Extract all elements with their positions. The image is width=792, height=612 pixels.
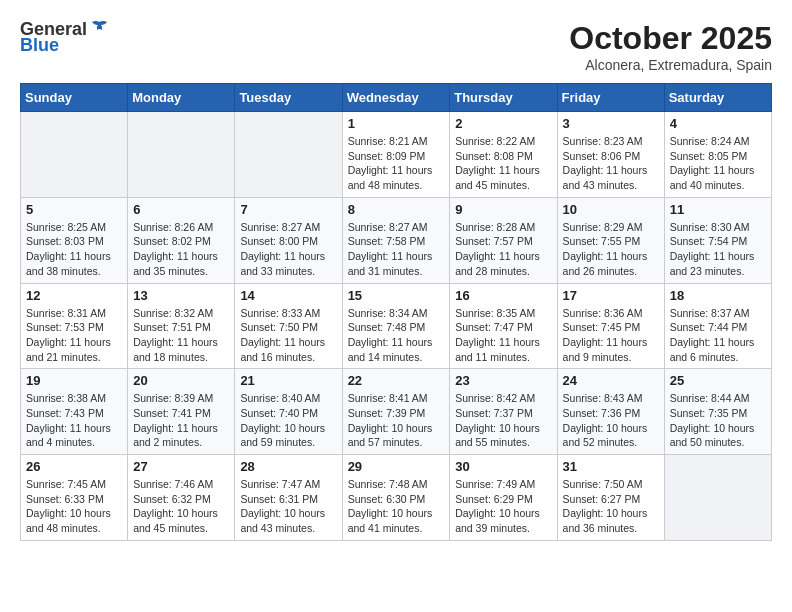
calendar-cell: 2Sunrise: 8:22 AM Sunset: 8:08 PM Daylig… [450,112,557,198]
calendar-cell: 5Sunrise: 8:25 AM Sunset: 8:03 PM Daylig… [21,197,128,283]
day-info: Sunrise: 7:46 AM Sunset: 6:32 PM Dayligh… [133,477,229,536]
day-number: 7 [240,202,336,217]
day-number: 12 [26,288,122,303]
calendar-cell: 10Sunrise: 8:29 AM Sunset: 7:55 PM Dayli… [557,197,664,283]
day-info: Sunrise: 8:26 AM Sunset: 8:02 PM Dayligh… [133,220,229,279]
calendar-cell: 25Sunrise: 8:44 AM Sunset: 7:35 PM Dayli… [664,369,771,455]
day-number: 18 [670,288,766,303]
day-info: Sunrise: 8:36 AM Sunset: 7:45 PM Dayligh… [563,306,659,365]
day-info: Sunrise: 8:23 AM Sunset: 8:06 PM Dayligh… [563,134,659,193]
day-info: Sunrise: 8:25 AM Sunset: 8:03 PM Dayligh… [26,220,122,279]
day-info: Sunrise: 8:42 AM Sunset: 7:37 PM Dayligh… [455,391,551,450]
day-info: Sunrise: 8:34 AM Sunset: 7:48 PM Dayligh… [348,306,445,365]
calendar-week-3: 12Sunrise: 8:31 AM Sunset: 7:53 PM Dayli… [21,283,772,369]
weekday-header-tuesday: Tuesday [235,84,342,112]
day-number: 9 [455,202,551,217]
day-info: Sunrise: 7:50 AM Sunset: 6:27 PM Dayligh… [563,477,659,536]
calendar-cell: 8Sunrise: 8:27 AM Sunset: 7:58 PM Daylig… [342,197,450,283]
day-number: 22 [348,373,445,388]
calendar-table: SundayMondayTuesdayWednesdayThursdayFrid… [20,83,772,541]
day-number: 10 [563,202,659,217]
title-section: October 2025 Alconera, Extremadura, Spai… [569,20,772,73]
calendar-cell: 1Sunrise: 8:21 AM Sunset: 8:09 PM Daylig… [342,112,450,198]
day-info: Sunrise: 8:39 AM Sunset: 7:41 PM Dayligh… [133,391,229,450]
calendar-cell: 30Sunrise: 7:49 AM Sunset: 6:29 PM Dayli… [450,455,557,541]
day-info: Sunrise: 7:49 AM Sunset: 6:29 PM Dayligh… [455,477,551,536]
weekday-header-sunday: Sunday [21,84,128,112]
calendar-cell: 12Sunrise: 8:31 AM Sunset: 7:53 PM Dayli… [21,283,128,369]
day-number: 2 [455,116,551,131]
calendar-cell: 16Sunrise: 8:35 AM Sunset: 7:47 PM Dayli… [450,283,557,369]
calendar-cell: 15Sunrise: 8:34 AM Sunset: 7:48 PM Dayli… [342,283,450,369]
day-number: 25 [670,373,766,388]
weekday-header-wednesday: Wednesday [342,84,450,112]
calendar-week-4: 19Sunrise: 8:38 AM Sunset: 7:43 PM Dayli… [21,369,772,455]
day-info: Sunrise: 8:41 AM Sunset: 7:39 PM Dayligh… [348,391,445,450]
logo-bird-icon [89,20,109,36]
calendar-cell: 31Sunrise: 7:50 AM Sunset: 6:27 PM Dayli… [557,455,664,541]
day-info: Sunrise: 7:48 AM Sunset: 6:30 PM Dayligh… [348,477,445,536]
location-text: Alconera, Extremadura, Spain [569,57,772,73]
calendar-cell: 18Sunrise: 8:37 AM Sunset: 7:44 PM Dayli… [664,283,771,369]
day-info: Sunrise: 8:29 AM Sunset: 7:55 PM Dayligh… [563,220,659,279]
day-number: 21 [240,373,336,388]
day-number: 31 [563,459,659,474]
calendar-cell: 17Sunrise: 8:36 AM Sunset: 7:45 PM Dayli… [557,283,664,369]
day-number: 26 [26,459,122,474]
calendar-cell: 6Sunrise: 8:26 AM Sunset: 8:02 PM Daylig… [128,197,235,283]
day-info: Sunrise: 8:37 AM Sunset: 7:44 PM Dayligh… [670,306,766,365]
day-info: Sunrise: 8:43 AM Sunset: 7:36 PM Dayligh… [563,391,659,450]
day-number: 1 [348,116,445,131]
day-info: Sunrise: 8:33 AM Sunset: 7:50 PM Dayligh… [240,306,336,365]
calendar-cell: 21Sunrise: 8:40 AM Sunset: 7:40 PM Dayli… [235,369,342,455]
day-number: 16 [455,288,551,303]
calendar-cell: 24Sunrise: 8:43 AM Sunset: 7:36 PM Dayli… [557,369,664,455]
day-number: 29 [348,459,445,474]
calendar-cell [128,112,235,198]
day-info: Sunrise: 8:30 AM Sunset: 7:54 PM Dayligh… [670,220,766,279]
calendar-cell [664,455,771,541]
calendar-cell: 23Sunrise: 8:42 AM Sunset: 7:37 PM Dayli… [450,369,557,455]
day-number: 13 [133,288,229,303]
calendar-cell [235,112,342,198]
day-number: 14 [240,288,336,303]
day-number: 23 [455,373,551,388]
day-info: Sunrise: 8:40 AM Sunset: 7:40 PM Dayligh… [240,391,336,450]
calendar-body: 1Sunrise: 8:21 AM Sunset: 8:09 PM Daylig… [21,112,772,541]
day-info: Sunrise: 8:24 AM Sunset: 8:05 PM Dayligh… [670,134,766,193]
day-number: 11 [670,202,766,217]
weekday-header-friday: Friday [557,84,664,112]
day-number: 19 [26,373,122,388]
calendar-cell: 27Sunrise: 7:46 AM Sunset: 6:32 PM Dayli… [128,455,235,541]
calendar-cell: 13Sunrise: 8:32 AM Sunset: 7:51 PM Dayli… [128,283,235,369]
day-info: Sunrise: 8:27 AM Sunset: 7:58 PM Dayligh… [348,220,445,279]
day-info: Sunrise: 8:32 AM Sunset: 7:51 PM Dayligh… [133,306,229,365]
calendar-cell: 22Sunrise: 8:41 AM Sunset: 7:39 PM Dayli… [342,369,450,455]
calendar-cell: 29Sunrise: 7:48 AM Sunset: 6:30 PM Dayli… [342,455,450,541]
logo: General Blue [20,20,109,56]
day-info: Sunrise: 7:47 AM Sunset: 6:31 PM Dayligh… [240,477,336,536]
calendar-cell: 19Sunrise: 8:38 AM Sunset: 7:43 PM Dayli… [21,369,128,455]
calendar-cell: 3Sunrise: 8:23 AM Sunset: 8:06 PM Daylig… [557,112,664,198]
calendar-cell: 20Sunrise: 8:39 AM Sunset: 7:41 PM Dayli… [128,369,235,455]
day-number: 5 [26,202,122,217]
day-info: Sunrise: 8:27 AM Sunset: 8:00 PM Dayligh… [240,220,336,279]
logo-blue-text: Blue [20,36,59,56]
calendar-week-5: 26Sunrise: 7:45 AM Sunset: 6:33 PM Dayli… [21,455,772,541]
day-number: 15 [348,288,445,303]
calendar-week-1: 1Sunrise: 8:21 AM Sunset: 8:09 PM Daylig… [21,112,772,198]
page-header: General Blue October 2025 Alconera, Extr… [20,20,772,73]
weekday-header-thursday: Thursday [450,84,557,112]
day-number: 28 [240,459,336,474]
day-info: Sunrise: 8:28 AM Sunset: 7:57 PM Dayligh… [455,220,551,279]
day-number: 8 [348,202,445,217]
weekday-header-monday: Monday [128,84,235,112]
day-info: Sunrise: 8:44 AM Sunset: 7:35 PM Dayligh… [670,391,766,450]
day-info: Sunrise: 8:38 AM Sunset: 7:43 PM Dayligh… [26,391,122,450]
calendar-cell: 26Sunrise: 7:45 AM Sunset: 6:33 PM Dayli… [21,455,128,541]
day-number: 6 [133,202,229,217]
weekday-header-row: SundayMondayTuesdayWednesdayThursdayFrid… [21,84,772,112]
calendar-cell: 7Sunrise: 8:27 AM Sunset: 8:00 PM Daylig… [235,197,342,283]
month-title: October 2025 [569,20,772,57]
day-number: 24 [563,373,659,388]
